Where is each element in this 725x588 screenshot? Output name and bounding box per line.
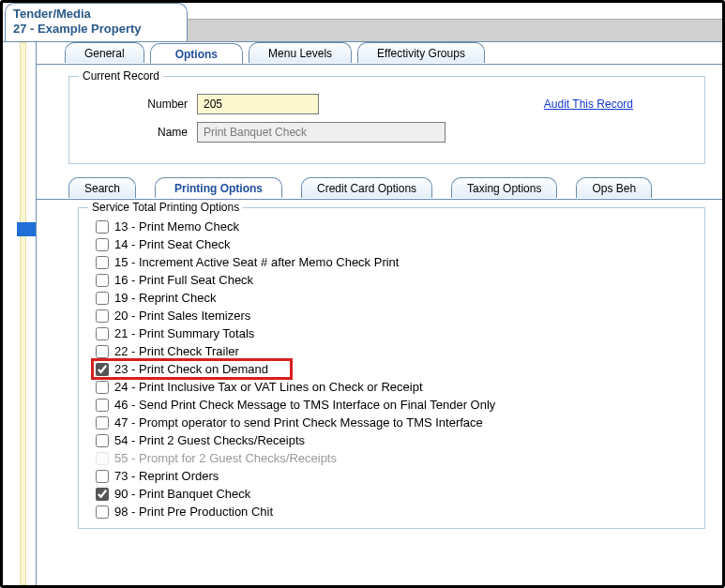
option-row[interactable]: 20 - Print Sales Itemizers (96, 307, 695, 324)
option-label: 15 - Increment Active Seat # after Memo … (114, 255, 399, 269)
option-checkbox[interactable] (96, 238, 109, 251)
tab-effectivity-groups[interactable]: Effectivity Groups (357, 42, 485, 63)
top-tab-row: GeneralOptionsMenu LevelsEffectivity Gro… (37, 42, 722, 65)
option-checkbox[interactable] (96, 381, 109, 394)
option-label: 47 - Prompt operator to send Print Check… (114, 415, 483, 430)
printing-options-group: Service Total Printing Options 13 - Prin… (78, 207, 705, 529)
subtab-credit-card-options[interactable]: Credit Card Options (301, 177, 432, 198)
audit-link[interactable]: Audit This Record (544, 98, 633, 111)
option-label: 55 - Prompt for 2 Guest Checks/Receipts (114, 451, 337, 465)
option-row[interactable]: 23 - Print Check on Demand (96, 360, 695, 378)
main-area: GeneralOptionsMenu LevelsEffectivity Gro… (36, 41, 722, 585)
option-checkbox[interactable] (96, 363, 109, 376)
option-row[interactable]: 54 - Print 2 Guest Checks/Receipts (96, 431, 695, 449)
option-row[interactable]: 73 - Reprint Orders (96, 467, 695, 485)
option-row[interactable]: 21 - Print Summary Totals (96, 324, 695, 342)
option-label: 73 - Reprint Orders (114, 469, 219, 483)
option-row[interactable]: 47 - Prompt operator to send Print Check… (96, 414, 695, 431)
option-checkbox[interactable] (96, 399, 109, 412)
option-checkbox[interactable] (96, 220, 109, 234)
gutter-stripe (20, 42, 26, 585)
option-label: 98 - Print Pre Production Chit (114, 505, 273, 519)
subtab-printing-options[interactable]: Printing Options (155, 177, 282, 198)
option-checkbox[interactable] (96, 488, 109, 501)
option-checkbox[interactable] (96, 309, 109, 323)
subtab-ops-beh[interactable]: Ops Beh (576, 177, 652, 198)
option-row[interactable]: 22 - Print Check Trailer (96, 342, 695, 360)
option-row[interactable]: 90 - Print Banquet Check (96, 485, 695, 503)
sub-tab-row: SearchPrinting OptionsCredit Card Option… (37, 177, 722, 200)
subtab-taxing-options[interactable]: Taxing Options (451, 177, 557, 198)
header-tab: Tender/Media 27 - Example Property (5, 3, 188, 41)
subtab-search[interactable]: Search (68, 177, 136, 198)
option-row[interactable]: 16 - Print Full Seat Check (96, 271, 695, 289)
tab-menu-levels[interactable]: Menu Levels (249, 42, 352, 63)
printing-options-legend: Service Total Printing Options (88, 201, 243, 214)
tab-options[interactable]: Options (150, 43, 243, 64)
option-label: 23 - Print Check on Demand (114, 362, 268, 376)
option-label: 90 - Print Banquet Check (114, 487, 250, 501)
option-row[interactable]: 15 - Increment Active Seat # after Memo … (96, 253, 695, 271)
option-label: 21 - Print Summary Totals (114, 326, 254, 340)
header-title-line2: 27 - Example Property (13, 22, 179, 37)
option-label: 19 - Reprint Check (114, 291, 216, 305)
left-gutter (3, 41, 36, 585)
tab-general[interactable]: General (65, 42, 144, 63)
option-checkbox (96, 452, 109, 465)
option-label: 13 - Print Memo Check (114, 219, 239, 234)
option-row[interactable]: 13 - Print Memo Check (96, 218, 695, 235)
option-row[interactable]: 19 - Reprint Check (96, 289, 695, 307)
header-area: Tender/Media 27 - Example Property (3, 3, 722, 44)
name-field[interactable] (197, 122, 446, 143)
option-label: 20 - Print Sales Itemizers (114, 309, 250, 323)
option-checkbox[interactable] (96, 345, 109, 358)
option-checkbox[interactable] (96, 505, 109, 519)
option-row[interactable]: 24 - Print Inclusive Tax or VAT Lines on… (96, 378, 695, 396)
option-row[interactable]: 46 - Send Print Check Message to TMS Int… (96, 396, 695, 414)
header-right-bar (188, 19, 722, 44)
header-title-line1: Tender/Media (13, 7, 179, 22)
option-checkbox[interactable] (96, 274, 109, 287)
current-record-group: Current Record Number Audit This Record … (68, 76, 705, 164)
option-label: 14 - Print Seat Check (114, 237, 231, 251)
option-checkbox[interactable] (96, 292, 109, 305)
number-label: Number (84, 98, 197, 111)
option-label: 46 - Send Print Check Message to TMS Int… (114, 398, 495, 412)
name-label: Name (84, 126, 197, 139)
number-field[interactable] (197, 94, 319, 114)
option-row[interactable]: 14 - Print Seat Check (96, 235, 695, 253)
option-label: 16 - Print Full Seat Check (114, 273, 253, 287)
option-row: 55 - Prompt for 2 Guest Checks/Receipts (96, 449, 695, 467)
option-checkbox[interactable] (96, 416, 109, 430)
option-checkbox[interactable] (96, 470, 109, 483)
option-checkbox[interactable] (96, 256, 109, 269)
current-record-legend: Current Record (79, 69, 163, 83)
option-row[interactable]: 98 - Print Pre Production Chit (96, 503, 695, 520)
option-checkbox[interactable] (96, 327, 109, 340)
option-checkbox[interactable] (96, 434, 109, 447)
option-label: 22 - Print Check Trailer (114, 344, 239, 358)
option-label: 24 - Print Inclusive Tax or VAT Lines on… (114, 380, 423, 394)
option-label: 54 - Print 2 Guest Checks/Receipts (114, 433, 305, 447)
